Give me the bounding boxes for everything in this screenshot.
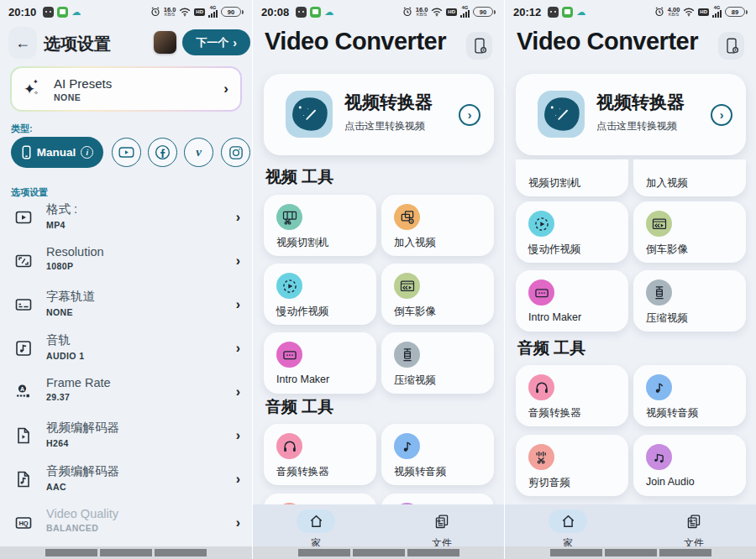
battery-indicator: 90 bbox=[221, 7, 244, 17]
resolution-icon bbox=[13, 251, 34, 271]
option-subtitle-track[interactable]: 字幕轨道NONE › bbox=[0, 285, 252, 326]
ai-presets-title: AI Presets bbox=[54, 76, 112, 91]
chevron-right-icon: › bbox=[236, 341, 240, 356]
video-cutter-icon bbox=[281, 209, 298, 226]
nav-files[interactable]: 文件 bbox=[656, 509, 732, 551]
facebook-button[interactable] bbox=[148, 138, 177, 167]
chat-app-icon bbox=[310, 7, 321, 18]
option-resolution[interactable]: Resolution1080P › bbox=[0, 242, 252, 282]
next-button[interactable]: 下一个 › bbox=[182, 29, 250, 55]
tool-video-to-audio[interactable]: 视频转音频 bbox=[381, 424, 494, 485]
tool-video-cutter[interactable]: 视频切割机 bbox=[516, 159, 628, 196]
tool-intro-maker[interactable]: Intro Maker bbox=[264, 332, 376, 394]
signal-icon: 4G bbox=[208, 6, 218, 18]
clock: 20:08 bbox=[261, 6, 289, 18]
subtitle-icon bbox=[13, 295, 34, 315]
music-note-icon bbox=[651, 379, 668, 396]
chevron-circle-icon: › bbox=[711, 104, 732, 126]
tool-join-audio[interactable]: Join Audio bbox=[633, 435, 746, 496]
option-format[interactable]: 格式 :MP4 › bbox=[0, 198, 252, 238]
clock: 20:10 bbox=[8, 6, 36, 18]
intro-maker-icon bbox=[533, 285, 550, 301]
clock: 20:12 bbox=[513, 6, 541, 18]
tool-reverse-video[interactable]: 倒车影像 bbox=[381, 264, 494, 325]
screen-home: 20:08 ☁ 16.0 KB/S HD 4G 90 bbox=[252, 0, 504, 559]
tool-reverse-video[interactable]: 倒车影像 bbox=[633, 201, 746, 263]
wifi-icon bbox=[683, 8, 695, 17]
tool-compress-video[interactable]: 压缩视频 bbox=[633, 270, 746, 332]
android-nav-bar[interactable] bbox=[505, 546, 756, 559]
status-bar: 20:10 ☁ 16.0 KB/S HD 4G 90 bbox=[0, 0, 252, 24]
info-icon[interactable]: i bbox=[81, 146, 93, 159]
status-bar: 20:12 ☁ 4.00 KB/S HD 4G 89 bbox=[505, 0, 756, 24]
chevron-right-icon: › bbox=[236, 428, 240, 443]
nav-files[interactable]: 文件 bbox=[404, 509, 480, 551]
compress-video-icon bbox=[651, 285, 668, 301]
tool-slow-motion[interactable]: 慢动作视频 bbox=[516, 201, 628, 263]
option-frame-rate[interactable]: A Frame Rate29.37 › bbox=[0, 373, 252, 413]
chevron-right-icon: › bbox=[236, 297, 240, 312]
status-bar: 20:08 ☁ 16.0 KB/S HD 4G 90 bbox=[253, 0, 504, 24]
facebook-icon bbox=[154, 144, 171, 161]
manual-type-button[interactable]: Manual i bbox=[11, 137, 103, 168]
tool-join-video[interactable]: 加入视频 bbox=[381, 195, 494, 256]
tool-audio-converter[interactable]: 音频转换器 bbox=[264, 424, 376, 485]
vimeo-button[interactable]: v bbox=[184, 138, 213, 167]
device-settings-button[interactable] bbox=[718, 32, 744, 60]
video-thumbnail bbox=[154, 31, 176, 54]
chevron-right-icon: › bbox=[236, 253, 240, 269]
option-video-quality[interactable]: HQ Video QualityBALANCED › bbox=[0, 504, 252, 544]
youtube-button[interactable] bbox=[112, 138, 141, 167]
tool-cut-audio[interactable]: 剪切音频 bbox=[516, 435, 628, 496]
option-video-codec[interactable]: 视频编解码器H264 › bbox=[0, 416, 252, 457]
chat-app-icon bbox=[562, 7, 573, 18]
android-nav-bar[interactable] bbox=[253, 546, 504, 559]
net-speed: 16.0 KB/S bbox=[416, 7, 428, 18]
join-video-icon bbox=[399, 209, 416, 226]
hero-converter-card[interactable]: 视频转换器 点击这里转换视频 › bbox=[264, 74, 494, 155]
wifi-icon bbox=[431, 8, 443, 17]
instagram-button[interactable] bbox=[221, 138, 250, 167]
phone-gear-icon bbox=[471, 37, 488, 55]
headphones-icon bbox=[533, 379, 550, 396]
messenger-app-icon bbox=[548, 7, 559, 18]
compress-video-icon bbox=[399, 347, 416, 363]
tool-intro-maker[interactable]: Intro Maker bbox=[516, 270, 628, 332]
chevron-right-icon: › bbox=[233, 36, 237, 50]
option-audio-codec[interactable]: 音频编解码器AAC › bbox=[0, 460, 252, 500]
signal-icon: 4G bbox=[460, 6, 470, 18]
audio-track-icon bbox=[13, 338, 34, 358]
nav-home[interactable]: 家 bbox=[530, 509, 606, 551]
device-settings-button[interactable] bbox=[466, 32, 492, 60]
tool-audio-converter[interactable]: 音频转换器 bbox=[516, 365, 628, 426]
tool-slow-motion[interactable]: 慢动作视频 bbox=[264, 264, 376, 325]
audio-tools-header: 音频 工具 bbox=[265, 396, 333, 418]
chevron-circle-icon: › bbox=[459, 104, 480, 126]
svg-text:A: A bbox=[20, 386, 24, 392]
tool-video-to-audio[interactable]: 视频转音频 bbox=[633, 365, 746, 426]
hero-title: 视频转换器 bbox=[596, 91, 685, 114]
hero-converter-card[interactable]: 视频转换器 点击这里转换视频 › bbox=[516, 74, 746, 155]
files-icon bbox=[685, 513, 703, 530]
back-button[interactable]: ← bbox=[8, 27, 37, 59]
nav-home[interactable]: 家 bbox=[278, 509, 354, 551]
youtube-icon bbox=[118, 146, 134, 159]
option-audio-track[interactable]: 音轨AUDIO 1 › bbox=[0, 329, 252, 369]
ai-presets-value: NONE bbox=[54, 92, 112, 102]
tool-video-cutter[interactable]: 视频切割机 bbox=[264, 195, 376, 256]
files-icon bbox=[433, 513, 451, 530]
hd-indicator: HD bbox=[194, 8, 205, 16]
screen-home-scrolled: 20:12 ☁ 4.00 KB/S HD 4G 89 bbox=[504, 0, 756, 559]
ai-presets-card[interactable]: ✦✦✧ AI Presets NONE › bbox=[10, 66, 242, 112]
alarm-icon bbox=[150, 7, 160, 17]
video-tools-header: 视频 工具 bbox=[265, 166, 333, 188]
hd-indicator: HD bbox=[446, 8, 457, 16]
tool-compress-video[interactable]: 压缩视频 bbox=[381, 332, 494, 394]
alarm-icon bbox=[402, 7, 412, 17]
video-quality-icon: HQ bbox=[13, 513, 34, 533]
chevron-right-icon: › bbox=[236, 472, 240, 487]
phone-gear-icon bbox=[723, 37, 740, 55]
net-speed: 16.0 KB/S bbox=[164, 7, 176, 18]
tool-join-video[interactable]: 加入视频 bbox=[633, 159, 746, 196]
android-nav-bar[interactable] bbox=[0, 546, 252, 559]
